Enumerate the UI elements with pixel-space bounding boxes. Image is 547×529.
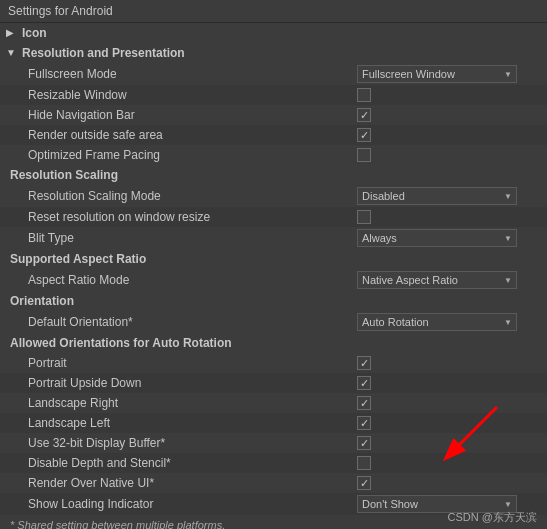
blit-type-value: Always ▼	[357, 229, 547, 247]
fullscreen-mode-dropdown-arrow: ▼	[504, 70, 512, 79]
landscape-left-label: Landscape Left	[0, 416, 357, 430]
show-loading-indicator-dropdown-arrow: ▼	[504, 500, 512, 509]
aspect-ratio-mode-dropdown-text: Native Aspect Ratio	[362, 274, 458, 286]
optimized-frame-pacing-row: Optimized Frame Pacing	[0, 145, 547, 165]
landscape-right-label: Landscape Right	[0, 396, 357, 410]
default-orientation-dropdown-text: Auto Rotation	[362, 316, 429, 328]
portrait-row: Portrait	[0, 353, 547, 373]
icon-section-arrow	[6, 27, 18, 39]
orientation-header: Orientation	[0, 291, 547, 311]
default-orientation-row: Default Orientation* Auto Rotation ▼	[0, 311, 547, 333]
landscape-left-checkbox[interactable]	[357, 416, 371, 430]
show-loading-indicator-dropdown-text: Don't Show	[362, 498, 418, 510]
use-32bit-value	[357, 436, 547, 450]
resolution-presentation-label: Resolution and Presentation	[22, 46, 185, 60]
render-safe-area-checkbox[interactable]	[357, 128, 371, 142]
landscape-right-value	[357, 396, 547, 410]
hide-nav-bar-checkbox[interactable]	[357, 108, 371, 122]
disable-depth-value	[357, 456, 547, 470]
blit-type-row: Blit Type Always ▼	[0, 227, 547, 249]
settings-panel: Settings for Android Icon Resolution and…	[0, 0, 547, 529]
optimized-frame-pacing-label: Optimized Frame Pacing	[0, 148, 357, 162]
fullscreen-mode-dropdown[interactable]: Fullscreen Window ▼	[357, 65, 517, 83]
resizable-window-value	[357, 88, 547, 102]
use-32bit-label: Use 32-bit Display Buffer*	[0, 436, 357, 450]
aspect-ratio-mode-value: Native Aspect Ratio ▼	[357, 271, 547, 289]
blit-type-dropdown[interactable]: Always ▼	[357, 229, 517, 247]
default-orientation-value: Auto Rotation ▼	[357, 313, 547, 331]
optimized-frame-pacing-checkbox[interactable]	[357, 148, 371, 162]
aspect-ratio-mode-dropdown[interactable]: Native Aspect Ratio ▼	[357, 271, 517, 289]
portrait-label: Portrait	[0, 356, 357, 370]
reset-resolution-row: Reset resolution on window resize	[0, 207, 547, 227]
resolution-presentation-header[interactable]: Resolution and Presentation	[0, 43, 547, 63]
show-loading-indicator-label: Show Loading Indicator	[0, 497, 357, 511]
blit-type-dropdown-text: Always	[362, 232, 397, 244]
default-orientation-label: Default Orientation*	[0, 315, 357, 329]
reset-resolution-checkbox[interactable]	[357, 210, 371, 224]
hide-nav-bar-label: Hide Navigation Bar	[0, 108, 357, 122]
panel-title: Settings for Android	[0, 0, 547, 23]
render-safe-area-value	[357, 128, 547, 142]
fullscreen-mode-label: Fullscreen Mode	[0, 67, 357, 81]
resolution-scaling-mode-dropdown-text: Disabled	[362, 190, 405, 202]
content-wrapper: Icon Resolution and Presentation Fullscr…	[0, 23, 547, 529]
resolution-scaling-header: Resolution Scaling	[0, 165, 547, 185]
render-over-native-checkbox[interactable]	[357, 476, 371, 490]
disable-depth-label: Disable Depth and Stencil*	[0, 456, 357, 470]
allowed-orientations-header: Allowed Orientations for Auto Rotation	[0, 333, 547, 353]
supported-aspect-ratio-header: Supported Aspect Ratio	[0, 249, 547, 269]
landscape-left-row: Landscape Left	[0, 413, 547, 433]
default-orientation-dropdown[interactable]: Auto Rotation ▼	[357, 313, 517, 331]
hide-nav-bar-row: Hide Navigation Bar	[0, 105, 547, 125]
resolution-scaling-mode-value: Disabled ▼	[357, 187, 547, 205]
blit-type-dropdown-arrow: ▼	[504, 234, 512, 243]
portrait-upside-down-value	[357, 376, 547, 390]
portrait-value	[357, 356, 547, 370]
disable-depth-row: Disable Depth and Stencil*	[0, 453, 547, 473]
icon-section-label: Icon	[22, 26, 47, 40]
render-safe-area-label: Render outside safe area	[0, 128, 357, 142]
optimized-frame-pacing-value	[357, 148, 547, 162]
render-safe-area-row: Render outside safe area	[0, 125, 547, 145]
resizable-window-checkbox[interactable]	[357, 88, 371, 102]
icon-section-header[interactable]: Icon	[0, 23, 547, 43]
render-over-native-row: Render Over Native UI*	[0, 473, 547, 493]
fullscreen-mode-dropdown-text: Fullscreen Window	[362, 68, 455, 80]
blit-type-label: Blit Type	[0, 231, 357, 245]
watermark: CSDN @东方天滨	[448, 510, 537, 525]
aspect-ratio-mode-dropdown-arrow: ▼	[504, 276, 512, 285]
fullscreen-mode-row: Fullscreen Mode Fullscreen Window ▼	[0, 63, 547, 85]
reset-resolution-label: Reset resolution on window resize	[0, 210, 357, 224]
resolution-scaling-mode-row: Resolution Scaling Mode Disabled ▼	[0, 185, 547, 207]
aspect-ratio-mode-row: Aspect Ratio Mode Native Aspect Ratio ▼	[0, 269, 547, 291]
default-orientation-dropdown-arrow: ▼	[504, 318, 512, 327]
resizable-window-row: Resizable Window	[0, 85, 547, 105]
aspect-ratio-mode-label: Aspect Ratio Mode	[0, 273, 357, 287]
landscape-right-row: Landscape Right	[0, 393, 547, 413]
portrait-upside-down-label: Portrait Upside Down	[0, 376, 357, 390]
use-32bit-row: Use 32-bit Display Buffer*	[0, 433, 547, 453]
reset-resolution-value	[357, 210, 547, 224]
portrait-upside-down-row: Portrait Upside Down	[0, 373, 547, 393]
portrait-checkbox[interactable]	[357, 356, 371, 370]
hide-nav-bar-value	[357, 108, 547, 122]
use-32bit-checkbox[interactable]	[357, 436, 371, 450]
resolution-scaling-mode-dropdown[interactable]: Disabled ▼	[357, 187, 517, 205]
resolution-scaling-mode-dropdown-arrow: ▼	[504, 192, 512, 201]
resolution-presentation-arrow	[6, 47, 18, 59]
landscape-right-checkbox[interactable]	[357, 396, 371, 410]
disable-depth-checkbox[interactable]	[357, 456, 371, 470]
fullscreen-mode-value: Fullscreen Window ▼	[357, 65, 547, 83]
resolution-scaling-mode-label: Resolution Scaling Mode	[0, 189, 357, 203]
render-over-native-value	[357, 476, 547, 490]
portrait-upside-down-checkbox[interactable]	[357, 376, 371, 390]
resizable-window-label: Resizable Window	[0, 88, 357, 102]
landscape-left-value	[357, 416, 547, 430]
render-over-native-label: Render Over Native UI*	[0, 476, 357, 490]
